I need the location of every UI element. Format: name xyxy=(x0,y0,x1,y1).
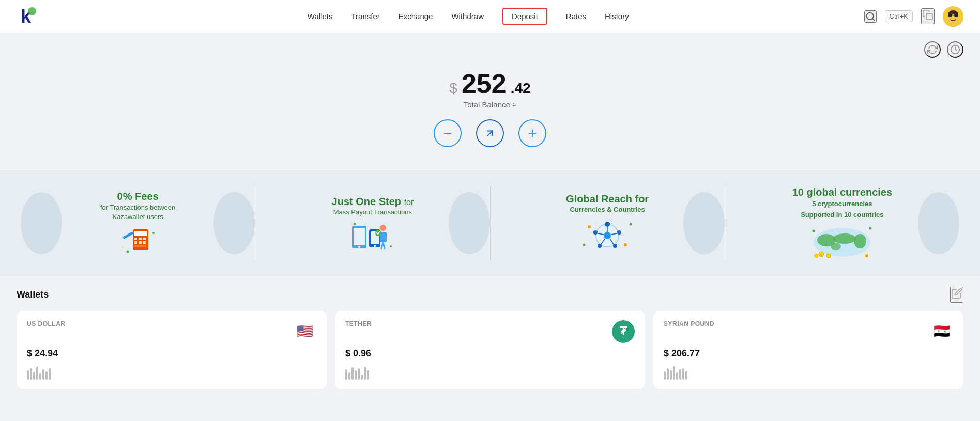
nav-exchange[interactable]: Exchange xyxy=(399,10,433,23)
svg-rect-19 xyxy=(143,238,146,240)
svg-point-2 xyxy=(28,7,36,15)
nav-wallets[interactable]: Wallets xyxy=(308,10,333,23)
balance-section: $ 252 .42 Total Balance ≈ xyxy=(0,58,980,162)
svg-rect-17 xyxy=(134,238,137,240)
svg-point-65 xyxy=(815,254,818,258)
wallet-card-usdollar[interactable]: US DOLLAR 🇺🇸 $ 24.94 xyxy=(17,311,327,389)
svg-point-30 xyxy=(358,246,360,248)
refresh-button[interactable] xyxy=(924,41,941,58)
svg-point-6 xyxy=(943,6,963,27)
svg-rect-23 xyxy=(134,245,146,247)
header-right: Ctrl+K xyxy=(864,6,963,27)
svg-line-34 xyxy=(383,242,385,248)
balance-amount: $ 252 .42 xyxy=(449,70,530,97)
withdraw-button[interactable] xyxy=(434,119,462,147)
wallet-usdollar-amount: $ 24.94 xyxy=(27,348,316,359)
wallets-title: Wallets xyxy=(17,289,49,300)
banner-fees-image xyxy=(112,226,164,257)
balance-decimal: .42 xyxy=(511,80,531,97)
wallets-header: Wallets xyxy=(17,287,963,303)
svg-point-37 xyxy=(374,245,376,247)
banner-fees-subtitle: for Transactions betweenKazawallet users xyxy=(100,203,175,222)
balance-label: Total Balance ≈ xyxy=(464,100,516,109)
header: k Wallets Transfer Exchange Withdraw Dep… xyxy=(0,0,980,33)
nav-rates[interactable]: Rates xyxy=(566,10,586,23)
banner-onestep-image xyxy=(347,220,399,251)
wallet-syriapound-amount: $ 206.77 xyxy=(664,348,953,359)
logo[interactable]: k xyxy=(17,4,41,29)
svg-point-59 xyxy=(833,233,856,244)
keyboard-shortcut[interactable]: Ctrl+K xyxy=(885,10,913,22)
svg-point-42 xyxy=(605,222,610,227)
send-button[interactable] xyxy=(476,119,504,147)
svg-rect-22 xyxy=(143,241,146,244)
nav-deposit[interactable]: Deposit xyxy=(502,8,547,25)
svg-point-56 xyxy=(630,223,632,225)
wallet-usdollar-chart xyxy=(27,364,316,380)
wallets-edit-button[interactable] xyxy=(950,287,963,303)
svg-line-12 xyxy=(487,131,492,135)
search-button[interactable] xyxy=(864,10,877,23)
svg-point-44 xyxy=(613,244,617,248)
wallet-card-syriapound[interactable]: SYRIAN POUND 🇸🇾 $ 206.77 xyxy=(653,311,963,389)
svg-point-46 xyxy=(593,230,598,235)
svg-point-66 xyxy=(865,254,868,257)
svg-point-53 xyxy=(588,225,591,228)
banners: 0% Fees for Transactions betweenKazawall… xyxy=(0,170,980,276)
svg-point-47 xyxy=(604,232,611,239)
wallet-tether-name: TETHER xyxy=(345,320,372,328)
avatar[interactable] xyxy=(943,6,963,27)
svg-point-64 xyxy=(826,254,831,258)
svg-point-31 xyxy=(380,225,386,231)
nav-transfer[interactable]: Transfer xyxy=(351,10,379,23)
svg-line-4 xyxy=(872,18,874,20)
main-content: $ 252 .42 Total Balance ≈ xyxy=(0,33,980,399)
main-nav: Wallets Transfer Exchange Withdraw Depos… xyxy=(72,8,864,25)
banner-global-image xyxy=(576,217,638,254)
svg-point-67 xyxy=(813,230,815,232)
svg-point-43 xyxy=(617,230,621,235)
deposit-button[interactable] xyxy=(518,119,546,147)
svg-text:$: $ xyxy=(820,253,822,257)
banner-currencies-subtitle: 5 cryptocurrenciesSupported in 10 countr… xyxy=(792,199,892,221)
banner-currencies: 10 global currencies 5 cryptocurrenciesS… xyxy=(725,180,959,266)
svg-rect-20 xyxy=(134,241,137,244)
banner-global-title: Global Reach for xyxy=(566,192,649,206)
svg-point-39 xyxy=(353,223,356,225)
svg-point-55 xyxy=(583,243,586,246)
wallet-syriapound-chart xyxy=(664,364,953,380)
wallets-grid: US DOLLAR 🇺🇸 $ 24.94 TET xyxy=(17,311,963,389)
svg-rect-24 xyxy=(122,231,134,239)
svg-rect-21 xyxy=(139,241,142,244)
wallet-syriapound-name: SYRIAN POUND xyxy=(664,320,714,328)
svg-point-27 xyxy=(152,232,155,234)
balance-integer: 252 xyxy=(462,70,507,97)
banner-global-subtitle: Currencies & Countries xyxy=(566,206,649,213)
svg-point-61 xyxy=(831,243,841,250)
banner-fees-title: 0% Fees xyxy=(100,190,175,203)
top-actions xyxy=(0,33,980,58)
dollar-sign: $ xyxy=(449,80,457,97)
nav-history[interactable]: History xyxy=(605,10,629,23)
nav-withdraw[interactable]: Withdraw xyxy=(451,10,484,23)
svg-point-54 xyxy=(624,243,627,246)
wallet-tether-chart xyxy=(345,364,635,380)
svg-point-68 xyxy=(869,227,872,230)
history-button[interactable] xyxy=(947,41,963,58)
svg-point-26 xyxy=(126,251,129,253)
wallet-syriapound-flag: 🇸🇾 xyxy=(930,320,953,343)
banner-global: Global Reach for Currencies & Countries xyxy=(491,180,725,266)
action-buttons xyxy=(434,119,546,147)
svg-point-60 xyxy=(854,234,866,248)
svg-rect-5 xyxy=(926,13,932,20)
wallets-section: Wallets US DOLLAR 🇺🇸 $ 24.94 xyxy=(0,276,980,399)
svg-rect-18 xyxy=(139,238,142,240)
banner-currencies-title: 10 global currencies xyxy=(792,185,892,199)
wallet-card-tether[interactable]: TETHER ₮ $ 0.96 xyxy=(335,311,645,389)
svg-point-45 xyxy=(598,244,602,248)
wallet-usdollar-name: US DOLLAR xyxy=(27,320,66,328)
banner-currencies-image: $ xyxy=(808,225,876,261)
copy-button[interactable] xyxy=(921,8,935,24)
svg-point-40 xyxy=(390,245,392,247)
wallet-tether-amount: $ 0.96 xyxy=(345,348,635,359)
